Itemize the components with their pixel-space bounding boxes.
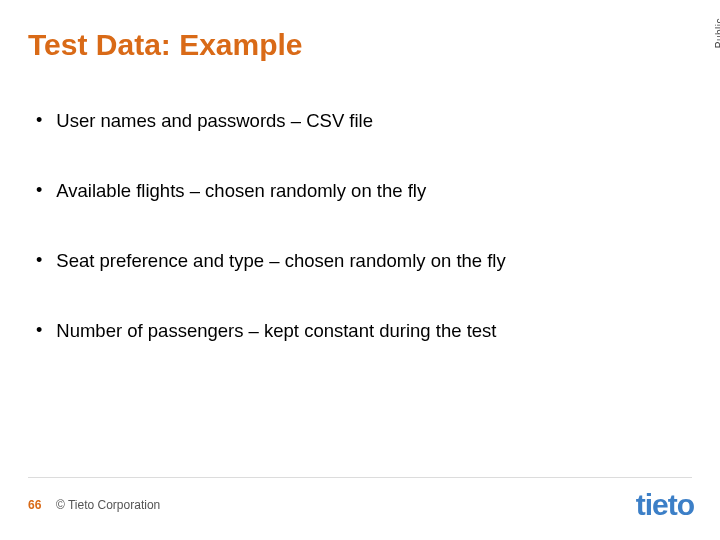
bullet-list: User names and passwords – CSV file Avai…	[36, 110, 660, 390]
slide-title: Test Data: Example	[28, 28, 303, 62]
bullet-item: Available flights – chosen randomly on t…	[36, 180, 660, 202]
bullet-item: User names and passwords – CSV file	[36, 110, 660, 132]
bullet-text: Seat preference and type – chosen random…	[56, 250, 505, 272]
bullet-item: Number of passengers – kept constant dur…	[36, 320, 660, 342]
copyright-text: © Tieto Corporation	[56, 498, 160, 512]
bullet-text: User names and passwords – CSV file	[56, 110, 373, 132]
brand-logo: tieto	[636, 488, 694, 522]
bullet-text: Number of passengers – kept constant dur…	[56, 320, 496, 342]
bullet-text: Available flights – chosen randomly on t…	[56, 180, 426, 202]
slide: Test Data: Example Public User names and…	[0, 0, 720, 540]
classification-label: Public	[714, 18, 720, 48]
footer-divider	[28, 477, 692, 478]
bullet-item: Seat preference and type – chosen random…	[36, 250, 660, 272]
page-number: 66	[28, 498, 41, 512]
